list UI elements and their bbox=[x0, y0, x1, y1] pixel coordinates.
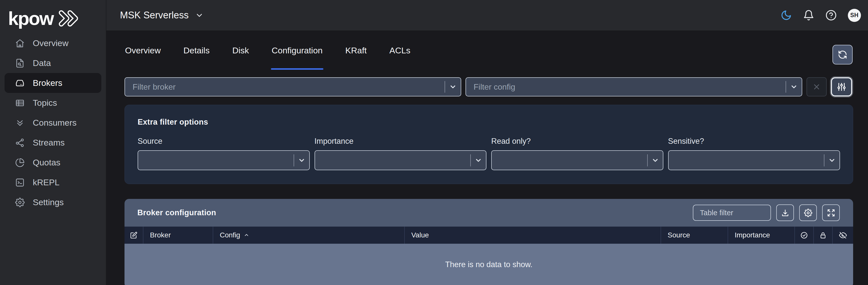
column-header-importance[interactable]: Importance bbox=[728, 226, 795, 244]
bell-icon bbox=[803, 9, 814, 21]
sidebar-nav: Overview Data Brokers Topics Consumers bbox=[0, 33, 106, 212]
hard-drive-icon bbox=[15, 78, 25, 88]
user-avatar[interactable]: SH bbox=[848, 9, 861, 22]
chevron-down-icon bbox=[294, 151, 309, 170]
extra-filter-field-read-only: Read only? bbox=[491, 137, 663, 170]
chevrons-down-icon bbox=[15, 118, 25, 128]
field-label: Importance bbox=[314, 137, 487, 146]
sidebar-item-label: Brokers bbox=[33, 78, 62, 88]
broker-filter-combobox bbox=[124, 77, 461, 97]
help-circle-icon bbox=[826, 9, 837, 21]
empty-state-message: There is no data to show. bbox=[445, 260, 532, 269]
sensitive-select[interactable] bbox=[668, 150, 840, 170]
field-label: Sensitive? bbox=[668, 137, 840, 146]
sidebar-item-topics[interactable]: Topics bbox=[4, 93, 101, 113]
tab-disk[interactable]: Disk bbox=[232, 31, 249, 70]
home-icon bbox=[15, 38, 25, 48]
sidebar-item-data[interactable]: Data bbox=[4, 53, 101, 73]
lock-icon bbox=[819, 231, 827, 239]
extra-filter-panel: Extra filter options Source Importance bbox=[124, 105, 853, 184]
expand-icon bbox=[827, 209, 835, 217]
gear-icon bbox=[804, 209, 812, 217]
refresh-icon bbox=[838, 50, 847, 60]
sidebar-item-streams[interactable]: Streams bbox=[4, 133, 101, 152]
importance-select[interactable] bbox=[314, 150, 487, 170]
broker-configuration-panel: Broker configuration bbox=[124, 199, 853, 285]
column-header-label: Config bbox=[220, 231, 240, 239]
sidebar-item-quotas[interactable]: Quotas bbox=[4, 152, 101, 173]
topbar-actions: SH bbox=[780, 9, 861, 22]
download-icon bbox=[781, 209, 789, 217]
kpow-logo-chevrons-icon bbox=[58, 10, 82, 27]
column-header-sensitive[interactable] bbox=[814, 226, 833, 244]
table-filter-input[interactable] bbox=[693, 205, 771, 221]
cluster-name: MSK Serverless bbox=[120, 10, 188, 21]
sidebar-item-settings[interactable]: Settings bbox=[4, 192, 101, 212]
refresh-button[interactable] bbox=[833, 45, 852, 65]
kpow-logo: kpow bbox=[0, 0, 106, 28]
column-header-read-only[interactable] bbox=[795, 226, 814, 244]
main-content: Overview Details Disk Configuration KRaf… bbox=[106, 31, 868, 285]
extra-filter-field-importance: Importance bbox=[314, 137, 487, 170]
extra-filter-grid: Source Importance Read only? bbox=[137, 137, 840, 170]
sort-ascending-icon bbox=[244, 233, 249, 238]
sidebar-item-label: Data bbox=[33, 58, 51, 68]
table-panel-header: Broker configuration bbox=[124, 199, 853, 226]
tab-kraft[interactable]: KRaft bbox=[345, 31, 367, 70]
clear-filters-button[interactable] bbox=[806, 77, 827, 97]
edit-icon bbox=[130, 231, 137, 239]
theme-toggle-button[interactable] bbox=[780, 9, 792, 21]
chevron-down-icon[interactable] bbox=[786, 78, 802, 96]
check-circle-icon bbox=[800, 231, 808, 239]
read-only-select[interactable] bbox=[491, 150, 663, 170]
chevron-down-icon bbox=[825, 151, 839, 170]
notifications-button[interactable] bbox=[803, 9, 814, 21]
table-icon bbox=[15, 98, 25, 108]
topbar: MSK Serverless SH bbox=[106, 0, 868, 31]
sidebar-item-overview[interactable]: Overview bbox=[4, 33, 101, 53]
tab-details[interactable]: Details bbox=[184, 31, 210, 70]
sidebar-item-label: Consumers bbox=[33, 118, 76, 128]
config-filter-combobox bbox=[465, 77, 802, 97]
chevron-down-icon bbox=[195, 11, 204, 20]
extra-filter-field-sensitive: Sensitive? bbox=[668, 137, 840, 170]
tab-configuration[interactable]: Configuration bbox=[272, 31, 322, 70]
table-panel-title: Broker configuration bbox=[137, 208, 216, 217]
source-select[interactable] bbox=[137, 150, 310, 170]
column-header-hidden[interactable] bbox=[833, 226, 853, 244]
filter-options-button[interactable] bbox=[831, 77, 852, 97]
tab-overview[interactable]: Overview bbox=[125, 31, 161, 70]
pie-chart-icon bbox=[15, 158, 25, 168]
column-header-value[interactable]: Value bbox=[405, 226, 661, 244]
file-search-icon bbox=[15, 59, 25, 68]
sidebar-item-consumers[interactable]: Consumers bbox=[4, 113, 101, 133]
chevron-down-icon[interactable] bbox=[445, 78, 461, 96]
kpow-logo-text: kpow bbox=[8, 9, 54, 28]
column-header-broker[interactable]: Broker bbox=[144, 226, 213, 244]
gear-icon bbox=[15, 198, 25, 207]
column-header-source[interactable]: Source bbox=[661, 226, 728, 244]
broker-filter-input[interactable] bbox=[125, 78, 444, 96]
sidebar-item-label: Topics bbox=[33, 98, 57, 108]
filter-row bbox=[124, 77, 853, 97]
tab-acls[interactable]: ACLs bbox=[390, 31, 410, 70]
table-settings-button[interactable] bbox=[799, 205, 817, 221]
expand-table-button[interactable] bbox=[822, 205, 840, 221]
sidebar-item-label: Overview bbox=[33, 38, 68, 48]
tab-bar: Overview Details Disk Configuration KRaf… bbox=[124, 31, 853, 70]
download-button[interactable] bbox=[776, 205, 794, 221]
sidebar-item-brokers[interactable]: Brokers bbox=[4, 73, 101, 93]
table-header-row: Broker Config Value Source Importance bbox=[124, 226, 853, 244]
table-empty-state: There is no data to show. bbox=[124, 244, 853, 285]
sidebar-item-label: Quotas bbox=[33, 157, 61, 168]
column-header-config[interactable]: Config bbox=[213, 226, 405, 244]
extra-filter-field-source: Source bbox=[137, 137, 310, 170]
sidebar-item-label: kREPL bbox=[33, 178, 60, 187]
sidebar-item-krepl[interactable]: kREPL bbox=[4, 173, 101, 192]
sidebar: kpow Overview Data Br bbox=[0, 0, 106, 285]
help-button[interactable] bbox=[826, 9, 837, 21]
config-filter-input[interactable] bbox=[466, 78, 785, 96]
cluster-selector[interactable]: MSK Serverless bbox=[120, 10, 204, 21]
moon-icon bbox=[780, 9, 792, 21]
field-label: Source bbox=[137, 137, 310, 146]
